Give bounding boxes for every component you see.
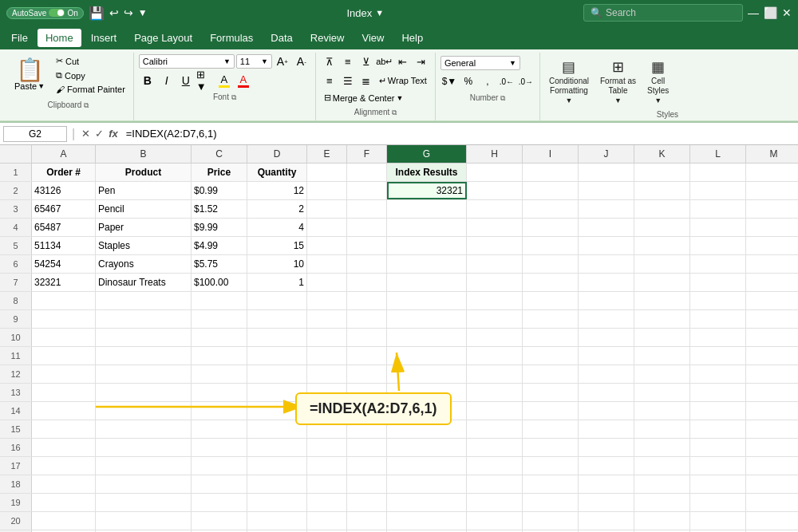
- cell-e10[interactable]: [307, 329, 347, 346]
- cell-l19[interactable]: [690, 494, 746, 511]
- row-num-3[interactable]: 3: [0, 200, 32, 218]
- menu-help[interactable]: Help: [393, 29, 431, 47]
- cell-m20[interactable]: [746, 512, 798, 530]
- cell-l6[interactable]: [690, 255, 746, 273]
- cell-styles-button[interactable]: ▦ CellStyles ▼: [643, 56, 673, 107]
- col-header-b[interactable]: B: [96, 145, 192, 163]
- cell-j5[interactable]: [579, 237, 634, 254]
- cell-g1[interactable]: Index Results: [387, 164, 467, 181]
- cell-d11[interactable]: [247, 347, 307, 365]
- cell-c6[interactable]: $5.75: [192, 255, 247, 273]
- cell-c8[interactable]: [192, 292, 247, 309]
- cell-e8[interactable]: [307, 292, 347, 309]
- cell-g3[interactable]: [387, 200, 467, 218]
- cell-a4[interactable]: 65487: [32, 219, 96, 236]
- cell-m9[interactable]: [746, 310, 798, 328]
- cell-l13[interactable]: [690, 384, 746, 401]
- menu-review[interactable]: Review: [302, 29, 353, 47]
- align-top-button[interactable]: ⊼: [321, 53, 338, 70]
- cell-j9[interactable]: [579, 310, 634, 328]
- cell-c3[interactable]: $1.52: [192, 200, 247, 218]
- cell-m18[interactable]: [746, 475, 798, 493]
- cell-e6[interactable]: [307, 255, 347, 273]
- cell-b17[interactable]: [96, 457, 192, 475]
- row-num-6[interactable]: 6: [0, 255, 32, 273]
- cell-k19[interactable]: [634, 494, 690, 511]
- cell-g9[interactable]: [387, 310, 467, 328]
- cell-l1[interactable]: [690, 164, 746, 181]
- cell-f9[interactable]: [347, 310, 387, 328]
- cell-g12[interactable]: [387, 365, 467, 383]
- cell-g20[interactable]: [387, 512, 467, 530]
- cell-g16[interactable]: [387, 439, 467, 456]
- cell-b13[interactable]: [96, 384, 192, 401]
- cell-i11[interactable]: [523, 347, 579, 365]
- cell-k9[interactable]: [634, 310, 690, 328]
- cell-m5[interactable]: [746, 237, 798, 254]
- cell-i16[interactable]: [523, 439, 579, 456]
- cell-j11[interactable]: [579, 347, 634, 365]
- cell-j1[interactable]: [579, 164, 634, 181]
- cell-h12[interactable]: [467, 365, 523, 383]
- autosave-toggle[interactable]: AutoSave On: [6, 7, 84, 19]
- cell-a10[interactable]: [32, 329, 96, 346]
- currency-button[interactable]: $▼: [440, 73, 458, 90]
- clipboard-expand-icon[interactable]: ⧉: [84, 101, 89, 109]
- menu-insert[interactable]: Insert: [83, 29, 125, 47]
- cell-k13[interactable]: [634, 384, 690, 401]
- row-num-17[interactable]: 17: [0, 457, 32, 475]
- cell-a18[interactable]: [32, 475, 96, 493]
- cell-e16[interactable]: [307, 439, 347, 456]
- cell-m13[interactable]: [746, 384, 798, 401]
- menu-data[interactable]: Data: [263, 29, 300, 47]
- minimize-icon[interactable]: —: [748, 6, 759, 19]
- cell-i10[interactable]: [523, 329, 579, 346]
- cut-button[interactable]: ✂ Cut: [53, 54, 128, 68]
- cell-d5[interactable]: 15: [247, 237, 307, 254]
- decrease-decimal-button[interactable]: .0←: [498, 73, 516, 90]
- menu-view[interactable]: View: [354, 29, 392, 47]
- align-middle-button[interactable]: ≡: [339, 53, 357, 70]
- cell-f20[interactable]: [347, 512, 387, 530]
- cell-f4[interactable]: [347, 219, 387, 236]
- cell-j3[interactable]: [579, 200, 634, 218]
- text-direction-button[interactable]: ab↵: [376, 53, 393, 70]
- cell-b19[interactable]: [96, 494, 192, 511]
- cell-h1[interactable]: [467, 164, 523, 181]
- row-num-1[interactable]: 1: [0, 164, 32, 181]
- cell-k16[interactable]: [634, 439, 690, 456]
- col-header-h[interactable]: H: [467, 145, 523, 163]
- align-left-button[interactable]: ≡: [321, 72, 338, 89]
- cell-h5[interactable]: [467, 237, 523, 254]
- cell-j15[interactable]: [579, 420, 634, 438]
- cell-l2[interactable]: [690, 182, 746, 199]
- cell-i3[interactable]: [523, 200, 579, 218]
- cell-c20[interactable]: [192, 512, 247, 530]
- align-right-button[interactable]: ≣: [358, 72, 375, 89]
- cell-k17[interactable]: [634, 457, 690, 475]
- fill-color-button[interactable]: A: [215, 72, 233, 89]
- cell-c7[interactable]: $100.00: [192, 274, 247, 291]
- cell-m12[interactable]: [746, 365, 798, 383]
- cell-j16[interactable]: [579, 439, 634, 456]
- cell-g7[interactable]: [387, 274, 467, 291]
- cell-h11[interactable]: [467, 347, 523, 365]
- cell-c12[interactable]: [192, 365, 247, 383]
- cell-j20[interactable]: [579, 512, 634, 530]
- col-header-l[interactable]: L: [690, 145, 746, 163]
- cell-h18[interactable]: [467, 475, 523, 493]
- cell-i4[interactable]: [523, 219, 579, 236]
- cell-d10[interactable]: [247, 329, 307, 346]
- cell-m2[interactable]: [746, 182, 798, 199]
- cell-l3[interactable]: [690, 200, 746, 218]
- cell-c4[interactable]: $9.99: [192, 219, 247, 236]
- cell-b16[interactable]: [96, 439, 192, 456]
- cell-k7[interactable]: [634, 274, 690, 291]
- cell-d16[interactable]: [247, 439, 307, 456]
- cell-f2[interactable]: [347, 182, 387, 199]
- row-num-18[interactable]: 18: [0, 475, 32, 493]
- bold-button[interactable]: B: [139, 72, 156, 89]
- cell-m4[interactable]: [746, 219, 798, 236]
- cell-h15[interactable]: [467, 420, 523, 438]
- increase-decimal-button[interactable]: .0→: [517, 73, 535, 90]
